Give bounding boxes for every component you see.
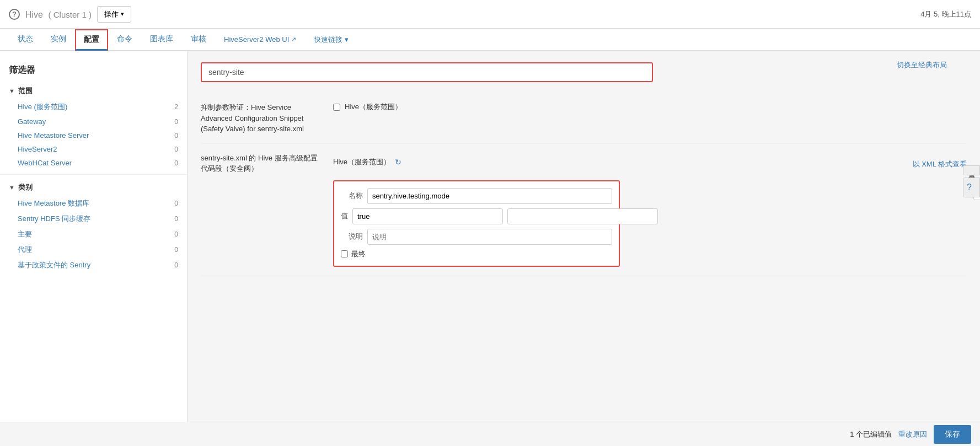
sidebar-item-sentry-policy[interactable]: 基于政策文件的 Sentry 0: [0, 257, 187, 273]
tab-config[interactable]: 配置: [75, 29, 108, 51]
footer-revert-link[interactable]: 重改原因: [898, 429, 927, 437]
sidebar-title: 筛选器: [0, 60, 187, 83]
value-label: 值: [341, 211, 348, 221]
help-side-icon: ?: [967, 182, 972, 192]
name-input[interactable]: [367, 188, 612, 204]
tab-chart[interactable]: 图表库: [141, 29, 182, 51]
entry-value-row: 值: [341, 208, 612, 224]
sidebar-item-webhcat[interactable]: WebHCat Server 0: [0, 156, 187, 170]
sidebar-category-group[interactable]: ▼ 类别: [0, 179, 187, 196]
save-button[interactable]: 保存: [934, 425, 971, 437]
display-all-button[interactable]: 显示所有: [963, 165, 980, 175]
app-title: Hive ( Cluster 1 ): [25, 8, 92, 20]
dropdown-arrow-icon: ▾: [345, 35, 349, 44]
ops-button[interactable]: 操作: [97, 6, 131, 23]
help-side-button[interactable]: ?: [963, 178, 980, 197]
sidebar-item-hiveserver2[interactable]: HiveServer2 0: [0, 142, 187, 156]
external-link-icon: ↗: [291, 36, 296, 43]
tab-quicklink[interactable]: 快速链接 ▾: [305, 29, 357, 50]
sidebar: 筛选器 ▼ 范围 Hive (服务范围) 2 Gateway 0 Hive Me…: [0, 51, 188, 437]
sidebar-item-gateway[interactable]: Gateway 0: [0, 115, 187, 128]
desc-input[interactable]: [367, 229, 612, 245]
tab-command[interactable]: 命令: [108, 29, 141, 51]
suppress-checkbox-row: Hive（服务范围）: [333, 102, 967, 112]
right-helpers: 显示所有 ?: [963, 165, 980, 197]
adv-config-row: sentry-site.xml 的 Hive 服务高级配置代码段（安全阀） Hi…: [201, 144, 967, 276]
search-input[interactable]: [201, 62, 653, 82]
adv-label: sentry-site.xml 的 Hive 服务高级配置代码段（安全阀）: [201, 153, 333, 267]
adv-value: Hive（服务范围） ↻ 以 XML 格式查看 名称: [333, 157, 967, 267]
classic-layout-link[interactable]: 切换至经典布局: [897, 60, 947, 70]
header-left: ? Hive ( Cluster 1 ) 操作: [9, 6, 131, 23]
help-icon[interactable]: ?: [9, 9, 20, 20]
refresh-icon[interactable]: ↻: [395, 158, 401, 166]
name-label: 名称: [341, 191, 363, 201]
category-chevron-icon: ▼: [9, 184, 15, 191]
footer-edited-text: 1 个已编辑值: [850, 429, 892, 437]
header: ? Hive ( Cluster 1 ) 操作 4月 5, 晚上11点: [0, 0, 980, 29]
hive-scope-label: Hive（服务范围） ↻: [333, 157, 401, 167]
tab-hiveserver2[interactable]: HiveServer2 Web UI ↗: [215, 30, 305, 49]
desc-label: 说明: [341, 232, 363, 241]
header-time: 4月 5, 晚上11点: [920, 9, 971, 19]
entry-name-row: 名称: [341, 188, 612, 204]
sidebar-item-hive-service[interactable]: Hive (服务范围) 2: [0, 99, 187, 115]
nav-tabs: 状态 实例 配置 命令 图表库 审核 HiveServer2 Web UI ↗ …: [0, 29, 980, 51]
suppress-value: Hive（服务范围）: [333, 102, 967, 135]
main-layout: 筛选器 ▼ 范围 Hive (服务范围) 2 Gateway 0 Hive Me…: [0, 51, 980, 437]
entry-desc-row: 说明: [341, 229, 612, 245]
sidebar-scope-group[interactable]: ▼ 范围: [0, 83, 187, 99]
sidebar-item-main[interactable]: 主要 0: [0, 227, 187, 242]
suppress-label: 抑制参数验证：Hive Service Advanced Configurati…: [201, 102, 333, 135]
entry-box: 名称 值 说明: [333, 180, 620, 267]
suppress-validation-row: 抑制参数验证：Hive Service Advanced Configurati…: [201, 93, 967, 144]
xml-view-link[interactable]: 以 XML 格式查看: [913, 159, 967, 169]
sidebar-item-proxy[interactable]: 代理 0: [0, 242, 187, 257]
sidebar-item-hive-metastore[interactable]: Hive Metastore Server 0: [0, 128, 187, 142]
final-checkbox[interactable]: [341, 250, 348, 257]
tab-instance[interactable]: 实例: [42, 29, 75, 51]
sidebar-item-hive-metastore-db[interactable]: Hive Metastore 数据库 0: [0, 196, 187, 211]
adv-config-header: Hive（服务范围） ↻ 以 XML 格式查看: [333, 157, 967, 171]
content-area: 切换至经典布局 抑制参数验证：Hive Service Advanced Con…: [188, 51, 980, 437]
scope-chevron-icon: ▼: [9, 88, 15, 94]
suppress-checkbox[interactable]: [333, 104, 340, 111]
value-input-row: [352, 208, 658, 224]
tab-status[interactable]: 状态: [9, 29, 42, 51]
sidebar-divider: [0, 174, 187, 175]
value-input[interactable]: [352, 208, 503, 224]
final-row: 最终: [341, 249, 612, 259]
sidebar-item-sentry-hdfs[interactable]: Sentry HDFS 同步缓存 0: [0, 211, 187, 227]
tab-audit[interactable]: 审核: [182, 29, 215, 51]
footer-bar: 1 个已编辑值 重改原因 保存: [0, 422, 980, 437]
value-extended-input[interactable]: [507, 208, 658, 224]
